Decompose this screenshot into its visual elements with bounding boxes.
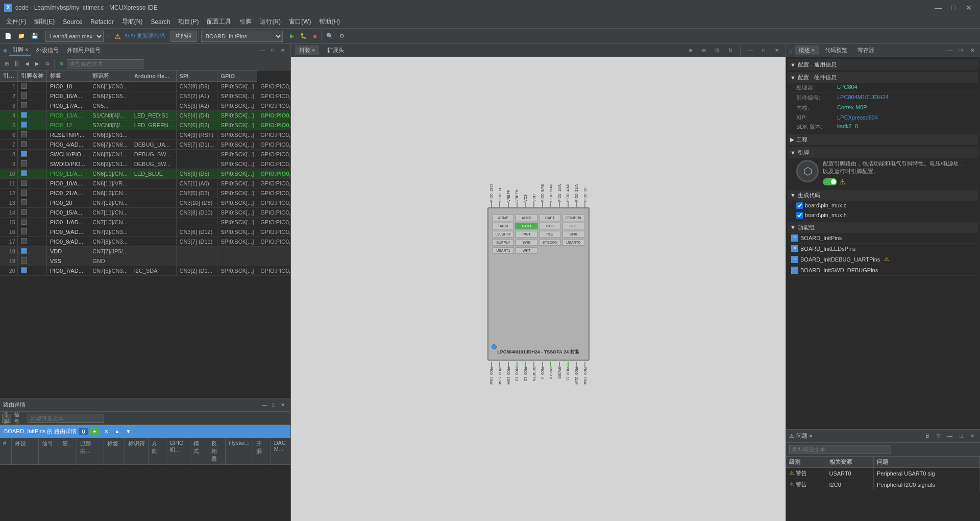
cell-check[interactable] [18, 82, 47, 91]
menu-pins[interactable]: 引脚 [235, 16, 256, 28]
cell-check[interactable] [18, 179, 47, 188]
func-pint[interactable]: PINT [516, 231, 537, 238]
config-section-codegen-header[interactable]: ▼ 生成代码 [788, 190, 978, 201]
cell-check[interactable] [18, 208, 47, 218]
func-gpio[interactable]: GPIO [516, 223, 537, 229]
cell-check[interactable] [18, 121, 47, 130]
tab-package[interactable]: 封装 × [295, 45, 319, 55]
route-tab-signal[interactable]: 信号 [12, 414, 21, 423]
route-tab-pin[interactable]: 引脚 [2, 414, 11, 423]
table-row[interactable]: 11 PIO0_10/A... CN6[11]/VR... CN5[1] (A0… [0, 179, 290, 188]
home-button[interactable]: ⌂ [105, 31, 113, 42]
config-section-project-header[interactable]: ▶ 工程 [788, 134, 978, 145]
route-del-btn[interactable]: ✕ [102, 427, 111, 436]
issues-filter-btn[interactable]: B [923, 432, 932, 441]
tab-peripheral[interactable]: 外设信号 [33, 45, 62, 55]
issue-row[interactable]: ⚠ 警告 I2C0 Peripheral I2C0 signals [786, 479, 980, 490]
codegen-check-1[interactable] [796, 202, 803, 209]
tab-pins[interactable]: 引脚 × [9, 45, 31, 56]
codegen-check-2[interactable] [796, 212, 803, 219]
func-capt[interactable]: CAPT [539, 215, 561, 221]
table-row[interactable]: 2 PIO0_16/A... CN6[2]/CN5... CN5[2] (A1)… [0, 91, 290, 101]
toolbar-debug-btn[interactable]: 🐛 [298, 31, 310, 42]
func-item-4[interactable]: F BOARD_InitSWD_DEBUGPins [788, 265, 978, 276]
tab-expansion[interactable]: 扩展头 [323, 45, 348, 55]
cell-check[interactable] [18, 111, 47, 121]
cell-check[interactable] [18, 91, 47, 101]
route-search-input[interactable] [28, 414, 104, 423]
func-ctimer0[interactable]: CTIMER0 [562, 215, 584, 221]
toolbar-open-btn[interactable]: 📁 [15, 31, 28, 42]
func-lvlshft[interactable]: LVLSHFT [493, 231, 514, 238]
cell-check[interactable] [18, 101, 47, 111]
cell-check[interactable] [18, 227, 47, 237]
refresh-btn[interactable]: ↻ [43, 59, 52, 68]
func-item-3[interactable]: F BOARD_InitDEBUG_UARTPins ⚠ [788, 254, 978, 265]
table-row[interactable]: 17 PIO0_8/AD... CN7[8]/CN3... CN3[7] (D1… [0, 237, 290, 247]
config-value-xip[interactable]: LPCXpresso804 [837, 114, 878, 121]
func-spi0[interactable]: SPI0 [562, 231, 584, 238]
cell-check[interactable] [18, 266, 47, 276]
func-swd[interactable]: SWD [516, 239, 537, 246]
menu-refactor[interactable]: Refactor [86, 17, 117, 27]
right-maximize-btn[interactable]: □ [957, 46, 966, 55]
cell-check[interactable] [18, 159, 47, 169]
table-row[interactable]: 19 VSS GND [0, 256, 290, 266]
table-row[interactable]: 6 RESETN/PI... CN6[3]/CN1... CN4[3] (RST… [0, 130, 290, 140]
table-row[interactable]: 20 PIO0_7/AD... CN7[5]/CN3... I2C_SDA CN… [0, 266, 290, 276]
menu-project[interactable]: 项目(P) [174, 16, 203, 28]
route-add-btn[interactable]: + [90, 427, 100, 436]
table-row[interactable]: 7 PIO0_4/AD... CN6[7]/CN8... DEBUG_UA...… [0, 140, 290, 150]
center-close[interactable]: ✕ [772, 46, 781, 55]
arrow-right-btn[interactable]: ▶ [33, 59, 42, 68]
pins-toggle[interactable] [823, 178, 837, 185]
center-maximize[interactable]: □ [759, 46, 768, 55]
func-supply[interactable]: SUPPLY [493, 239, 514, 246]
route-up-btn[interactable]: ▲ [113, 427, 122, 436]
cell-check[interactable] [18, 247, 47, 256]
func-item-1[interactable]: F BOARD_InitPins [788, 233, 978, 244]
route-down-btn[interactable]: ▼ [124, 427, 133, 436]
issues-search-input[interactable] [789, 445, 891, 454]
toolbar-search-btn[interactable]: 🔍 [324, 31, 336, 42]
center-refresh[interactable]: ↻ [726, 46, 735, 55]
table-row[interactable]: 14 PIO0_15/A... CN7[11]/CN... CN3[8] (D1… [0, 208, 290, 218]
right-close-btn[interactable]: ✕ [968, 46, 977, 55]
route-maximize-btn[interactable]: □ [269, 400, 278, 410]
center-minimize[interactable]: — [746, 46, 755, 55]
config-section-general-header[interactable]: ▼ 配置 - 通用信息 [788, 59, 978, 70]
table-row[interactable]: 3 PIO0_17/A... CN5... CN5[3] (A2) SPI0:S… [0, 101, 290, 111]
route-minimize-btn[interactable]: — [260, 400, 269, 410]
toolbar-settings-btn[interactable]: ⚙ [337, 31, 347, 42]
cell-check[interactable] [18, 150, 47, 159]
table-row[interactable]: 9 SWDIO/PIO... CN6[9]/CN1... DEBUG_SW...… [0, 159, 290, 169]
func-usart1[interactable]: USART1 [493, 247, 514, 254]
func-wkt[interactable]: WKT [516, 247, 537, 254]
menu-config[interactable]: 配置工具 [203, 16, 235, 28]
toolbar-play-btn[interactable]: ▶ [287, 31, 297, 42]
close-button[interactable]: ✕ [962, 2, 976, 13]
table-row[interactable]: 12 PIO0_21/A... CN6[12]/CN... CN8[5] (D3… [0, 188, 290, 198]
func-group-button[interactable]: 功能组 [170, 31, 197, 42]
cell-check[interactable] [18, 188, 47, 198]
toolbar-stop-btn[interactable]: ■ [311, 31, 320, 42]
menu-source[interactable]: Source [59, 17, 86, 27]
route-close-btn[interactable]: ✕ [278, 400, 287, 410]
func-i2c0[interactable]: I2C0 [539, 223, 561, 229]
func-plu[interactable]: PLU [539, 231, 561, 238]
right-minimize-btn[interactable]: — [945, 46, 954, 55]
panel-close-btn[interactable]: ✕ [278, 46, 287, 55]
menu-run[interactable]: 运行(R) [256, 16, 285, 28]
menu-help[interactable]: 帮助(H) [315, 16, 344, 28]
table-row[interactable]: 13 PIO0_20 CN7[12]/CN... CN3[10] (D8) SP… [0, 198, 290, 208]
table-row[interactable]: 1 PIO0_18 CN6[1]/CN3... CN3[9] (D9) SPI0… [0, 82, 290, 91]
func-dac0[interactable]: DAC0 [493, 223, 514, 229]
config-value-processor[interactable]: LPC804 [837, 84, 857, 91]
panel-maximize-btn[interactable]: □ [268, 46, 277, 55]
maximize-button[interactable]: □ [946, 2, 961, 13]
config-value-partnum[interactable]: LPC804M101JDH24 [837, 94, 889, 102]
table-row[interactable]: 10 PIO0_11/A... CN6[10]/CN... LED_BLUE C… [0, 169, 290, 179]
menu-window[interactable]: 窗口(W) [285, 16, 315, 28]
table-row[interactable]: 18 VDD CN7[7]/JP5/... [0, 247, 290, 256]
issues-close-btn[interactable]: ✕ [968, 432, 977, 441]
